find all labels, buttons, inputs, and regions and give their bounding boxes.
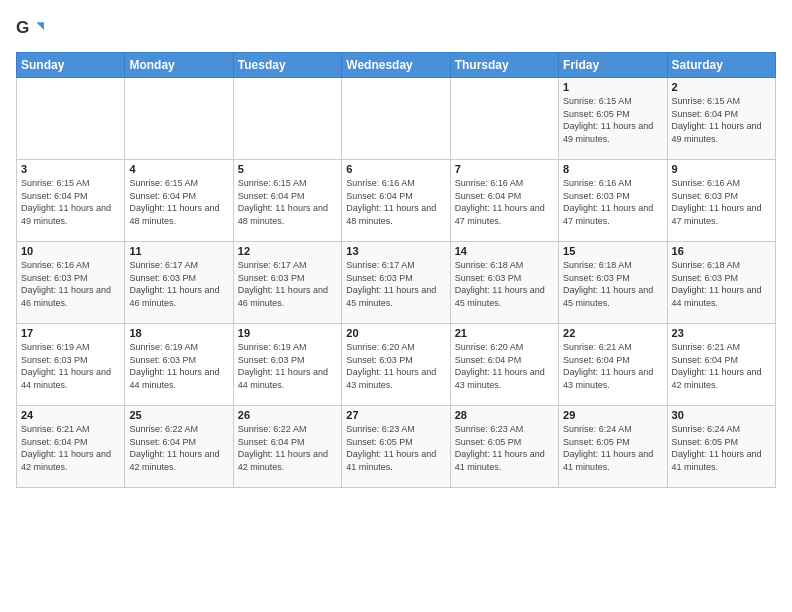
calendar-cell — [17, 78, 125, 160]
day-info: Sunrise: 6:21 AM Sunset: 6:04 PM Dayligh… — [21, 423, 120, 473]
day-info: Sunrise: 6:16 AM Sunset: 6:03 PM Dayligh… — [21, 259, 120, 309]
day-number: 20 — [346, 327, 445, 339]
day-info: Sunrise: 6:15 AM Sunset: 6:04 PM Dayligh… — [238, 177, 337, 227]
day-number: 24 — [21, 409, 120, 421]
calendar-cell: 7Sunrise: 6:16 AM Sunset: 6:04 PM Daylig… — [450, 160, 558, 242]
calendar-cell — [233, 78, 341, 160]
day-info: Sunrise: 6:15 AM Sunset: 6:04 PM Dayligh… — [21, 177, 120, 227]
day-number: 18 — [129, 327, 228, 339]
day-number: 13 — [346, 245, 445, 257]
day-info: Sunrise: 6:17 AM Sunset: 6:03 PM Dayligh… — [129, 259, 228, 309]
calendar-cell: 8Sunrise: 6:16 AM Sunset: 6:03 PM Daylig… — [559, 160, 667, 242]
day-number: 26 — [238, 409, 337, 421]
calendar-cell: 23Sunrise: 6:21 AM Sunset: 6:04 PM Dayli… — [667, 324, 775, 406]
day-info: Sunrise: 6:19 AM Sunset: 6:03 PM Dayligh… — [129, 341, 228, 391]
calendar-cell: 4Sunrise: 6:15 AM Sunset: 6:04 PM Daylig… — [125, 160, 233, 242]
day-info: Sunrise: 6:22 AM Sunset: 6:04 PM Dayligh… — [238, 423, 337, 473]
calendar-cell: 15Sunrise: 6:18 AM Sunset: 6:03 PM Dayli… — [559, 242, 667, 324]
day-number: 1 — [563, 81, 662, 93]
day-info: Sunrise: 6:15 AM Sunset: 6:04 PM Dayligh… — [672, 95, 771, 145]
day-info: Sunrise: 6:20 AM Sunset: 6:03 PM Dayligh… — [346, 341, 445, 391]
day-number: 4 — [129, 163, 228, 175]
calendar-week-3: 10Sunrise: 6:16 AM Sunset: 6:03 PM Dayli… — [17, 242, 776, 324]
header-tuesday: Tuesday — [233, 53, 341, 78]
calendar-cell — [342, 78, 450, 160]
calendar-cell: 9Sunrise: 6:16 AM Sunset: 6:03 PM Daylig… — [667, 160, 775, 242]
day-info: Sunrise: 6:16 AM Sunset: 6:04 PM Dayligh… — [346, 177, 445, 227]
svg-text:G: G — [16, 18, 29, 37]
day-info: Sunrise: 6:17 AM Sunset: 6:03 PM Dayligh… — [238, 259, 337, 309]
day-number: 8 — [563, 163, 662, 175]
calendar-cell: 20Sunrise: 6:20 AM Sunset: 6:03 PM Dayli… — [342, 324, 450, 406]
day-number: 16 — [672, 245, 771, 257]
logo-icon: G — [16, 16, 44, 44]
calendar-cell: 24Sunrise: 6:21 AM Sunset: 6:04 PM Dayli… — [17, 406, 125, 488]
day-info: Sunrise: 6:18 AM Sunset: 6:03 PM Dayligh… — [455, 259, 554, 309]
calendar-cell: 3Sunrise: 6:15 AM Sunset: 6:04 PM Daylig… — [17, 160, 125, 242]
calendar-week-4: 17Sunrise: 6:19 AM Sunset: 6:03 PM Dayli… — [17, 324, 776, 406]
day-info: Sunrise: 6:23 AM Sunset: 6:05 PM Dayligh… — [346, 423, 445, 473]
day-number: 7 — [455, 163, 554, 175]
day-number: 27 — [346, 409, 445, 421]
day-info: Sunrise: 6:18 AM Sunset: 6:03 PM Dayligh… — [672, 259, 771, 309]
calendar-cell — [125, 78, 233, 160]
calendar-cell: 30Sunrise: 6:24 AM Sunset: 6:05 PM Dayli… — [667, 406, 775, 488]
day-info: Sunrise: 6:22 AM Sunset: 6:04 PM Dayligh… — [129, 423, 228, 473]
day-info: Sunrise: 6:18 AM Sunset: 6:03 PM Dayligh… — [563, 259, 662, 309]
header-monday: Monday — [125, 53, 233, 78]
header-friday: Friday — [559, 53, 667, 78]
day-number: 14 — [455, 245, 554, 257]
calendar-cell: 10Sunrise: 6:16 AM Sunset: 6:03 PM Dayli… — [17, 242, 125, 324]
day-number: 23 — [672, 327, 771, 339]
day-info: Sunrise: 6:16 AM Sunset: 6:04 PM Dayligh… — [455, 177, 554, 227]
calendar-cell: 5Sunrise: 6:15 AM Sunset: 6:04 PM Daylig… — [233, 160, 341, 242]
calendar-cell: 1Sunrise: 6:15 AM Sunset: 6:05 PM Daylig… — [559, 78, 667, 160]
day-number: 5 — [238, 163, 337, 175]
day-info: Sunrise: 6:19 AM Sunset: 6:03 PM Dayligh… — [21, 341, 120, 391]
calendar-week-2: 3Sunrise: 6:15 AM Sunset: 6:04 PM Daylig… — [17, 160, 776, 242]
calendar-cell: 2Sunrise: 6:15 AM Sunset: 6:04 PM Daylig… — [667, 78, 775, 160]
day-number: 11 — [129, 245, 228, 257]
day-info: Sunrise: 6:24 AM Sunset: 6:05 PM Dayligh… — [672, 423, 771, 473]
calendar-cell: 16Sunrise: 6:18 AM Sunset: 6:03 PM Dayli… — [667, 242, 775, 324]
page-header: G — [16, 16, 776, 44]
header-thursday: Thursday — [450, 53, 558, 78]
calendar-cell: 13Sunrise: 6:17 AM Sunset: 6:03 PM Dayli… — [342, 242, 450, 324]
day-number: 15 — [563, 245, 662, 257]
day-number: 28 — [455, 409, 554, 421]
day-number: 12 — [238, 245, 337, 257]
calendar-week-5: 24Sunrise: 6:21 AM Sunset: 6:04 PM Dayli… — [17, 406, 776, 488]
day-number: 30 — [672, 409, 771, 421]
day-info: Sunrise: 6:16 AM Sunset: 6:03 PM Dayligh… — [672, 177, 771, 227]
header-saturday: Saturday — [667, 53, 775, 78]
calendar-cell: 14Sunrise: 6:18 AM Sunset: 6:03 PM Dayli… — [450, 242, 558, 324]
svg-marker-1 — [36, 22, 44, 30]
day-number: 3 — [21, 163, 120, 175]
calendar-cell: 25Sunrise: 6:22 AM Sunset: 6:04 PM Dayli… — [125, 406, 233, 488]
day-info: Sunrise: 6:17 AM Sunset: 6:03 PM Dayligh… — [346, 259, 445, 309]
calendar: SundayMondayTuesdayWednesdayThursdayFrid… — [16, 52, 776, 488]
calendar-cell: 17Sunrise: 6:19 AM Sunset: 6:03 PM Dayli… — [17, 324, 125, 406]
day-number: 29 — [563, 409, 662, 421]
header-sunday: Sunday — [17, 53, 125, 78]
day-number: 19 — [238, 327, 337, 339]
calendar-cell: 19Sunrise: 6:19 AM Sunset: 6:03 PM Dayli… — [233, 324, 341, 406]
header-wednesday: Wednesday — [342, 53, 450, 78]
day-number: 21 — [455, 327, 554, 339]
day-number: 9 — [672, 163, 771, 175]
day-number: 6 — [346, 163, 445, 175]
day-info: Sunrise: 6:21 AM Sunset: 6:04 PM Dayligh… — [563, 341, 662, 391]
calendar-cell: 21Sunrise: 6:20 AM Sunset: 6:04 PM Dayli… — [450, 324, 558, 406]
calendar-cell: 11Sunrise: 6:17 AM Sunset: 6:03 PM Dayli… — [125, 242, 233, 324]
calendar-cell: 26Sunrise: 6:22 AM Sunset: 6:04 PM Dayli… — [233, 406, 341, 488]
calendar-cell — [450, 78, 558, 160]
day-number: 22 — [563, 327, 662, 339]
day-number: 17 — [21, 327, 120, 339]
day-number: 10 — [21, 245, 120, 257]
day-info: Sunrise: 6:15 AM Sunset: 6:05 PM Dayligh… — [563, 95, 662, 145]
calendar-cell: 18Sunrise: 6:19 AM Sunset: 6:03 PM Dayli… — [125, 324, 233, 406]
calendar-cell: 12Sunrise: 6:17 AM Sunset: 6:03 PM Dayli… — [233, 242, 341, 324]
day-info: Sunrise: 6:16 AM Sunset: 6:03 PM Dayligh… — [563, 177, 662, 227]
day-info: Sunrise: 6:24 AM Sunset: 6:05 PM Dayligh… — [563, 423, 662, 473]
calendar-cell: 28Sunrise: 6:23 AM Sunset: 6:05 PM Dayli… — [450, 406, 558, 488]
